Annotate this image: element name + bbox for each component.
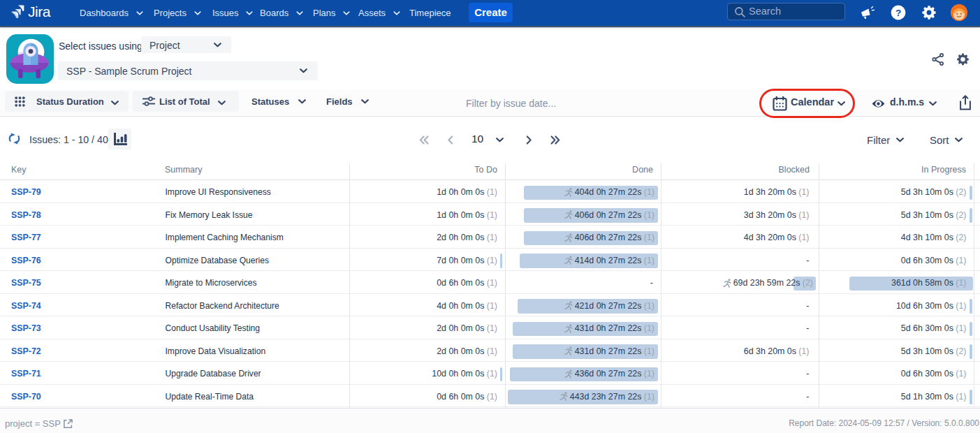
svg-text:?: ?	[895, 8, 901, 18]
